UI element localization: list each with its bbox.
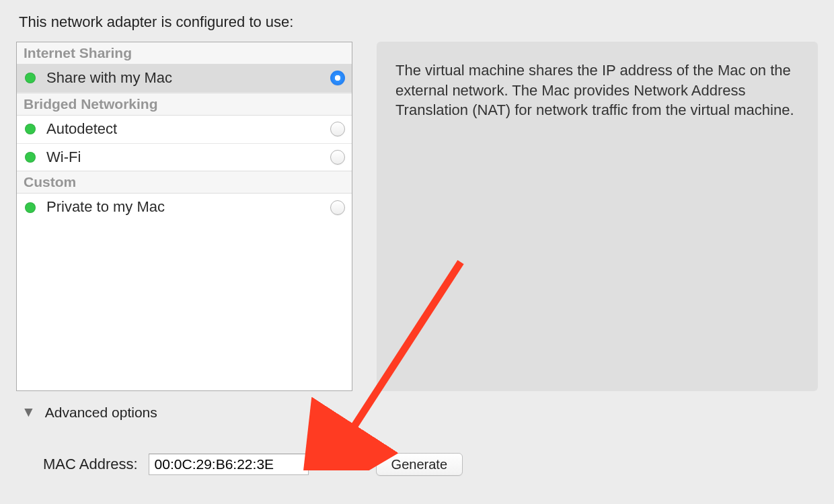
radio-private-to-mac[interactable] [330,200,345,215]
option-label: Wi-Fi [46,147,330,168]
radio-wifi[interactable] [330,150,345,165]
section-header-bridged: Bridged Networking [17,93,352,116]
section-header-internet-sharing: Internet Sharing [17,42,352,65]
option-label: Autodetect [46,119,330,140]
radio-share-with-mac[interactable] [330,71,345,85]
status-dot-icon [25,202,36,213]
network-adapter-list: Internet Sharing Share with my Mac Bridg… [16,42,352,391]
status-dot-icon [25,152,36,163]
advanced-options-label: Advanced options [45,405,157,421]
generate-button[interactable]: Generate [376,453,463,476]
radio-autodetect[interactable] [330,122,345,136]
option-wifi[interactable]: Wi-Fi [17,144,352,171]
option-label: Share with my Mac [46,68,330,89]
option-label: Private to my Mac [46,197,330,218]
advanced-options-toggle[interactable]: ▼ Advanced options [22,405,352,421]
page-title: This network adapter is configured to us… [19,13,818,31]
option-autodetect[interactable]: Autodetect [17,116,352,144]
mac-address-input[interactable] [149,454,309,475]
option-description: The virtual machine shares the IP addres… [377,42,818,391]
status-dot-icon [25,73,36,83]
disclosure-triangle-icon: ▼ [22,404,36,420]
option-private-to-mac[interactable]: Private to my Mac [17,194,352,221]
mac-address-label: MAC Address: [43,456,138,473]
section-header-custom: Custom [17,171,352,194]
option-share-with-mac[interactable]: Share with my Mac [17,65,352,93]
status-dot-icon [25,124,36,134]
